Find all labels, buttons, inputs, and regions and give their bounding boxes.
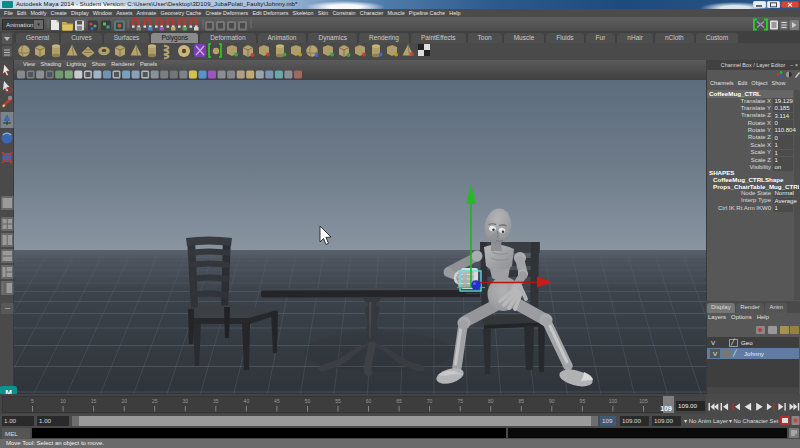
svg-text:10: 10 [60,398,66,404]
svg-text:25: 25 [152,398,158,404]
svg-text:80: 80 [488,398,494,404]
svg-text:30: 30 [183,398,189,404]
svg-text:35: 35 [213,398,219,404]
svg-text:70: 70 [427,398,433,404]
svg-text:60: 60 [366,398,372,404]
svg-text:15: 15 [91,398,97,404]
svg-text:105: 105 [639,398,648,404]
svg-text:5: 5 [31,398,34,404]
svg-text:50: 50 [305,398,311,404]
svg-text:20: 20 [121,398,127,404]
svg-text:40: 40 [244,398,250,404]
svg-text:100: 100 [609,398,618,404]
svg-text:45: 45 [274,398,280,404]
svg-text:95: 95 [580,398,586,404]
svg-text:85: 85 [519,398,525,404]
svg-text:65: 65 [396,398,402,404]
svg-text:75: 75 [457,398,463,404]
svg-text:109: 109 [660,405,672,412]
svg-text:90: 90 [549,398,555,404]
svg-text:55: 55 [335,398,341,404]
